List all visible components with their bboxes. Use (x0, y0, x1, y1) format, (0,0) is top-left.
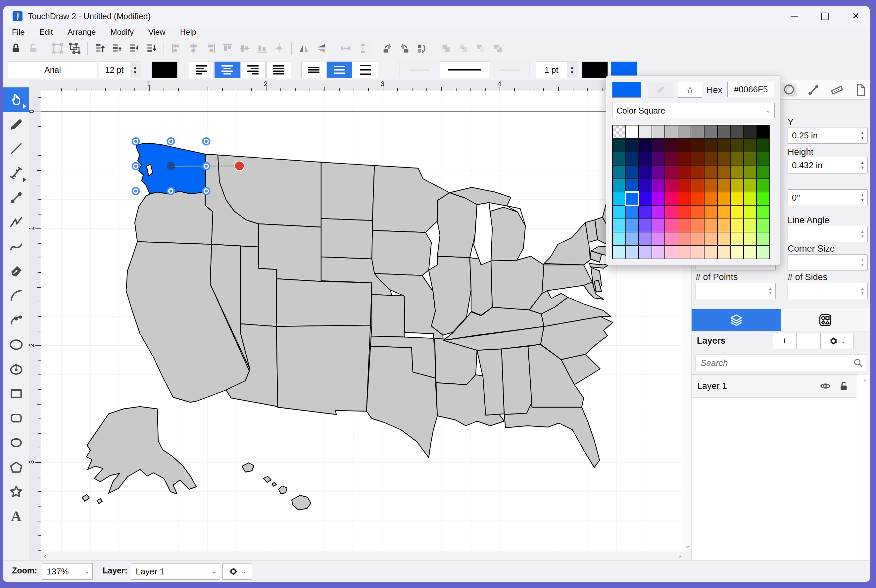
palette-cell[interactable] (757, 219, 770, 232)
palette-cell[interactable] (691, 219, 704, 232)
tool-pen[interactable] (3, 259, 29, 284)
intersect-button[interactable] (456, 40, 471, 56)
palette-cell[interactable] (613, 192, 626, 205)
palette-cell[interactable] (613, 126, 626, 138)
menu-view[interactable]: View (148, 27, 165, 37)
lock-button[interactable] (8, 40, 24, 56)
palette-cell[interactable] (705, 179, 717, 192)
palette-cell[interactable] (665, 232, 678, 245)
bring-forward-button[interactable] (109, 40, 125, 56)
map-state-oregon[interactable] (135, 191, 213, 244)
map-hawaii-island-5[interactable] (292, 495, 311, 510)
palette-cell[interactable] (626, 246, 639, 259)
palette-cell[interactable] (639, 192, 651, 205)
remove-layer-button[interactable]: − (797, 333, 821, 349)
palette-cell[interactable] (691, 126, 704, 138)
group-button[interactable] (50, 40, 66, 56)
palette-cell[interactable] (613, 232, 626, 245)
angle-field[interactable]: 0°▲▼ (788, 189, 868, 206)
map-state-wisconsin[interactable] (437, 193, 477, 258)
unlock-button[interactable] (25, 40, 41, 56)
map-hawaii-island-3[interactable] (272, 482, 276, 486)
palette-cell[interactable] (730, 152, 743, 165)
layer-settings-button[interactable]: ⌄ (821, 333, 854, 349)
palette-cell[interactable] (613, 165, 626, 178)
palette-cell[interactable] (626, 139, 639, 151)
exclude-button[interactable] (490, 40, 506, 56)
tool-ellipse[interactable] (3, 332, 29, 357)
palette-cell[interactable] (691, 192, 704, 205)
corner-size-field[interactable]: ▲▼ (788, 254, 868, 271)
bring-to-front-button[interactable] (92, 40, 108, 56)
palette-cell[interactable] (705, 152, 717, 165)
palette-cell[interactable] (652, 139, 665, 151)
palette-cell[interactable] (757, 165, 770, 178)
tool-connector[interactable] (3, 185, 29, 210)
palette-cell[interactable] (665, 152, 678, 165)
palette-cell[interactable] (613, 246, 626, 259)
align-text-justify-button[interactable] (266, 62, 291, 78)
num-points-field[interactable]: ▲▼ (696, 283, 776, 299)
palette-cell[interactable] (744, 206, 756, 218)
visibility-eye-icon[interactable] (820, 380, 831, 392)
line-angle-field[interactable]: ▲▼ (788, 226, 868, 242)
palette-cell[interactable] (652, 179, 665, 192)
menu-modify[interactable]: Modify (110, 27, 134, 37)
palette-cell[interactable] (744, 152, 756, 165)
tool-polyline[interactable] (3, 210, 29, 234)
font-family-select[interactable]: Arial (8, 62, 98, 78)
palette-cell[interactable] (678, 152, 691, 165)
map-hawaii-island-1[interactable] (242, 463, 254, 472)
palette-cell[interactable] (613, 139, 626, 151)
palette-cell[interactable] (705, 165, 717, 178)
palette-cell[interactable] (757, 246, 770, 259)
palette-cell[interactable] (613, 206, 626, 218)
tab-page-setup[interactable] (854, 83, 868, 98)
palette-cell[interactable] (639, 246, 651, 259)
scroll-left-icon[interactable]: ‹ (44, 552, 46, 561)
palette-cell[interactable] (705, 126, 717, 138)
scroll-down-icon[interactable]: ⌄ (685, 541, 691, 550)
palette-cell[interactable] (718, 246, 730, 259)
tool-polygon[interactable] (3, 455, 29, 479)
palette-cell[interactable] (757, 152, 770, 165)
layer-row[interactable]: Layer 1 (692, 375, 857, 398)
stroke-style-solid-button[interactable] (440, 62, 489, 78)
tab-shape-library[interactable] (781, 309, 870, 331)
palette-cell[interactable] (678, 232, 691, 245)
add-layer-button[interactable]: + (773, 333, 796, 349)
stroke-style-alt-button[interactable] (490, 62, 530, 78)
align-right-button[interactable] (202, 40, 219, 56)
palette-cell[interactable] (639, 206, 651, 218)
palette-cell[interactable] (652, 219, 665, 232)
palette-cell[interactable] (665, 246, 678, 259)
palette-cell[interactable] (639, 126, 651, 138)
palette-cell[interactable] (730, 232, 743, 245)
palette-cell[interactable] (691, 139, 704, 151)
tool-oval-rectangle[interactable] (3, 430, 29, 455)
palette-cell[interactable] (718, 152, 730, 165)
palette-cell[interactable] (730, 179, 743, 192)
subtract-button[interactable] (473, 40, 489, 56)
rotation-pivot[interactable] (166, 162, 175, 171)
favorite-color-button[interactable]: ☆ (678, 82, 702, 98)
menu-edit[interactable]: Edit (39, 27, 53, 37)
rotation-handle[interactable] (235, 161, 244, 171)
layer-search[interactable] (696, 355, 866, 371)
palette-cell[interactable] (718, 126, 730, 138)
stroke-width-stepper[interactable]: 1 pt▲▼ (536, 62, 578, 78)
palette-cell[interactable] (639, 179, 651, 192)
map-state-colorado[interactable] (276, 279, 372, 327)
palette-cell[interactable] (678, 126, 691, 138)
palette-cell[interactable] (730, 246, 743, 259)
palette-cell[interactable] (757, 139, 770, 151)
snap-to-grid-button[interactable] (272, 40, 287, 56)
tab-metrics[interactable] (830, 83, 844, 98)
palette-cell[interactable] (705, 192, 717, 205)
palette-cell[interactable] (626, 232, 639, 245)
palette-cell[interactable] (613, 179, 626, 192)
palette-cell[interactable] (639, 232, 651, 245)
palette-cell[interactable] (626, 165, 639, 178)
palette-cell[interactable] (652, 232, 665, 245)
menu-arrange[interactable]: Arrange (68, 27, 96, 37)
